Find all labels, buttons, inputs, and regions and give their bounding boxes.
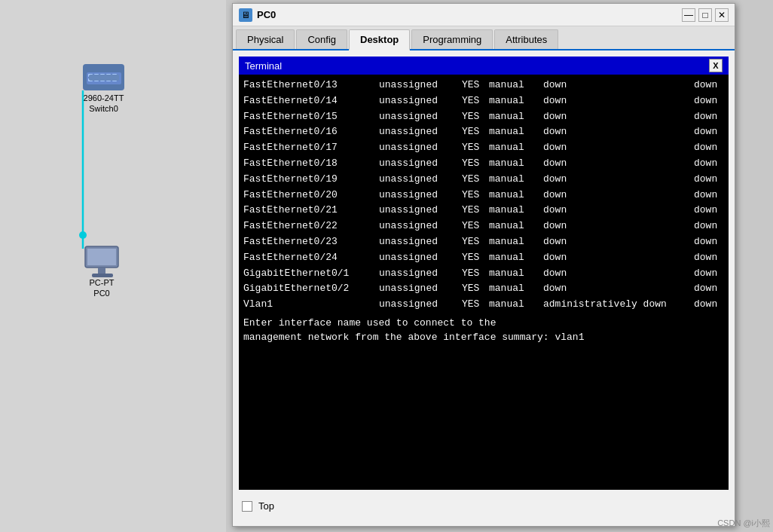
table-row: FastEthernet0/17unassignedYESmanualdownd… xyxy=(243,140,724,156)
table-row: FastEthernet0/16unassignedYESmanualdownd… xyxy=(243,124,724,140)
table-row: FastEthernet0/22unassignedYESmanualdownd… xyxy=(243,219,724,234)
table-row: FastEthernet0/24unassignedYESmanualdownd… xyxy=(243,250,724,266)
tab-desktop[interactable]: Desktop xyxy=(349,29,410,50)
terminal-title: Terminal xyxy=(245,60,282,72)
top-checkbox[interactable] xyxy=(242,501,252,512)
tab-attributes[interactable]: Attributes xyxy=(494,29,558,49)
maximize-button[interactable]: □ xyxy=(698,8,712,22)
switch-label: 2960-24TT Switch0 xyxy=(84,93,124,115)
watermark: CSDN @i小熙 xyxy=(717,518,770,529)
terminal-titlebar: Terminal X xyxy=(239,57,729,75)
table-row: FastEthernet0/21unassignedYESmanualdownd… xyxy=(243,203,724,219)
title-controls: — □ ✕ xyxy=(682,8,729,22)
tab-config[interactable]: Config xyxy=(296,29,347,49)
svg-rect-4 xyxy=(106,74,111,77)
svg-point-12 xyxy=(79,231,87,239)
dialog-window: PC0 — □ ✕ Physical Config Desktop Progra… xyxy=(232,3,735,527)
table-row: Vlan1unassignedYESmanualadministratively… xyxy=(243,297,724,313)
tab-physical[interactable]: Physical xyxy=(236,29,295,49)
svg-rect-14 xyxy=(87,249,116,265)
table-row: FastEthernet0/19unassignedYESmanualdownd… xyxy=(243,172,724,188)
title-bar: PC0 — □ ✕ xyxy=(233,4,735,26)
svg-rect-7 xyxy=(94,78,99,81)
table-row: FastEthernet0/23unassignedYESmanualdownd… xyxy=(243,234,724,250)
tab-bar: Physical Config Desktop Programming Attr… xyxy=(233,26,735,50)
window-icon xyxy=(239,8,252,22)
svg-rect-16 xyxy=(92,274,113,277)
table-row: FastEthernet0/15unassignedYESmanualdownd… xyxy=(243,109,724,125)
terminal-container: Terminal X FastEthernet0/13unassignedYES… xyxy=(239,57,729,490)
switch-icon xyxy=(83,64,124,90)
window-title: PC0 xyxy=(257,9,682,20)
top-checkbox-label: Top xyxy=(258,500,274,512)
svg-rect-6 xyxy=(88,78,93,81)
svg-rect-9 xyxy=(106,78,111,81)
close-button[interactable]: ✕ xyxy=(715,8,729,22)
terminal-input-prompt: Enter interface name used to connect to … xyxy=(243,316,724,345)
table-row: FastEthernet0/20unassignedYESmanualdownd… xyxy=(243,188,724,203)
svg-rect-8 xyxy=(100,78,105,81)
switch-device[interactable]: 2960-24TT Switch0 xyxy=(83,64,124,115)
svg-rect-10 xyxy=(112,78,117,81)
terminal-body[interactable]: FastEthernet0/13unassignedYESmanualdownd… xyxy=(239,75,729,490)
terminal-close-button[interactable]: X xyxy=(709,59,723,72)
table-row: GigabitEthernet0/1unassignedYESmanualdow… xyxy=(243,266,724,282)
table-row: FastEthernet0/18unassignedYESmanualdownd… xyxy=(243,156,724,172)
minimize-button[interactable]: — xyxy=(682,8,695,22)
pc-device[interactable]: PC-PT PC0 xyxy=(83,245,121,299)
svg-rect-3 xyxy=(100,74,105,77)
pc-icon xyxy=(83,245,121,275)
svg-rect-1 xyxy=(88,74,93,77)
svg-rect-15 xyxy=(98,268,105,274)
network-canvas: 2960-24TT Switch0 PC-PT PC0 xyxy=(0,0,226,532)
svg-rect-2 xyxy=(94,74,99,77)
table-row: FastEthernet0/13unassignedYESmanualdownd… xyxy=(243,78,724,93)
tab-programming[interactable]: Programming xyxy=(411,29,493,49)
bottom-bar: Top xyxy=(233,496,735,516)
table-row: GigabitEthernet0/2unassignedYESmanualdow… xyxy=(243,281,724,297)
svg-rect-5 xyxy=(112,74,117,77)
table-row: FastEthernet0/14unassignedYESmanualdownd… xyxy=(243,93,724,109)
